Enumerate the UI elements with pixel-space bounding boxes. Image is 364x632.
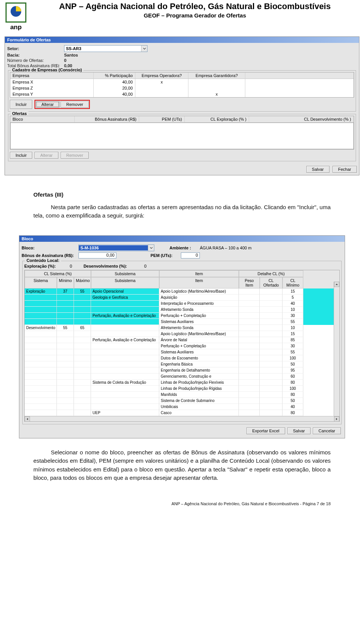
table-row[interactable]: Perfuração, Avaliação e CompletaçãoPerfu…	[25, 313, 339, 319]
table-row[interactable]: Empresa X 40,00 x	[10, 79, 354, 85]
cell-sistema	[25, 337, 57, 343]
cell-subsistema	[91, 307, 159, 313]
th-garantidora: Empresa Garantidora?	[188, 72, 245, 79]
table-row[interactable]: Gerenciamento, Construção e60	[25, 374, 339, 380]
cell-subsistema	[91, 361, 159, 367]
cell-peso	[239, 386, 260, 392]
header-title: ANP – Agência Nacional do Petróleo, Gás …	[30, 2, 360, 11]
cell-subsistema: UEP	[91, 410, 159, 416]
cell-subsistema: Sistema de Coleta da Produção	[91, 380, 159, 386]
th-item: Item	[159, 277, 239, 288]
th-blank	[245, 72, 354, 79]
chevron-down-icon[interactable]	[141, 46, 147, 52]
cell-item: Aquisição	[159, 295, 239, 301]
table-row[interactable]: Engenharia de Detalhamento95	[25, 367, 339, 374]
cell-min	[57, 380, 74, 386]
table-row[interactable]: Linhas de Produção/Injeção Rígidas100	[25, 386, 339, 392]
cell-max	[74, 349, 91, 355]
group-consorcio: Cadastro de Empresas (Consórcio) Empresa…	[8, 70, 356, 112]
cell-min	[57, 386, 74, 392]
fechar-button[interactable]: Fechar	[333, 166, 357, 173]
cell-pct: 40,00	[94, 91, 135, 97]
cell-peso	[239, 343, 260, 349]
th-group-sistema: CL Sistema (%)	[25, 270, 91, 277]
cell-item: Perfuração + Completação	[159, 313, 239, 319]
cell-max	[74, 374, 91, 380]
cell-ofertado	[260, 361, 282, 367]
ofertas-alterar-button[interactable]: Alterar	[35, 152, 58, 159]
table-row[interactable]: Exploração3755Apoio OperacionalApoio Log…	[25, 288, 339, 295]
table-row[interactable]: Perfuração, Avaliação e CompletaçãoÁrvor…	[25, 337, 339, 343]
salvar-bloco-button[interactable]: Salvar	[287, 427, 311, 434]
cell-clmin: 50	[282, 361, 303, 367]
table-row[interactable]: Perfuração + Completação30	[25, 343, 339, 349]
cell-subsistema: Apoio Operacional	[91, 288, 159, 295]
table-row[interactable]: Dutos de Escoamento100	[25, 355, 339, 361]
cancelar-button[interactable]: Cancelar	[313, 427, 341, 434]
value-desenvolvimento: 0	[144, 264, 146, 268]
setor-combobox[interactable]: SS-AR3	[64, 45, 147, 52]
cell-subsistema	[91, 367, 159, 374]
cell-subsistema	[91, 355, 159, 361]
scroll-left-icon[interactable]	[25, 416, 30, 422]
salvar-button[interactable]: Salvar	[306, 166, 329, 173]
label-setor: Setor:	[7, 46, 64, 51]
page-header: anp ANP – Agência Nacional do Petróleo, …	[4, 0, 360, 33]
cell-clmin: 55	[282, 319, 303, 325]
th-cldes: CL Desenvolvimento (% )	[249, 116, 354, 122]
incluir-button[interactable]: Incluir	[10, 100, 32, 109]
table-row[interactable]: Interpretação e Processamento40	[25, 301, 339, 307]
cell-ofertado	[260, 325, 282, 331]
table-row[interactable]: Engenharia Básica50	[25, 361, 339, 367]
table-row[interactable]: Sistema de Controle Submarino50	[25, 398, 339, 404]
cell-ofertado	[260, 331, 282, 337]
th-peso: Peso Item	[239, 277, 260, 288]
table-row[interactable]: UEPCasco80	[25, 410, 339, 416]
cell-item: Árvore de Natal	[159, 337, 239, 343]
cell-subsistema	[91, 386, 159, 392]
exportar-excel-button[interactable]: Exportar Excel	[246, 427, 285, 434]
window2-titlebar: Bloco	[19, 236, 345, 242]
bonus-input[interactable]: 0,00	[78, 252, 116, 258]
vertical-scrollbar[interactable]	[334, 282, 339, 416]
table-row[interactable]: Afretamento Sonda10	[25, 307, 339, 313]
cell-item: Linhas de Produção/Injeção Flexíveis	[159, 380, 239, 386]
table-row[interactable]: Sistemas Auxiliares55	[25, 319, 339, 325]
cell-sistema: Desenvolvimento	[25, 325, 57, 331]
cell-sistema	[25, 380, 57, 386]
ofertas-empty-area	[10, 123, 354, 149]
pem-input[interactable]: 0	[181, 252, 200, 258]
cell-min	[57, 295, 74, 301]
table-row[interactable]: Empresa Y 40,00 x	[10, 91, 354, 97]
cell-subsistema	[91, 374, 159, 380]
cell-max	[74, 295, 91, 301]
scroll-up-icon[interactable]	[334, 282, 339, 287]
table-row[interactable]: Geologia e GeofísicaAquisição5	[25, 295, 339, 301]
cell-sistema	[25, 349, 57, 355]
table-row[interactable]: Umbilicais40	[25, 404, 339, 410]
cell-op: x	[135, 79, 188, 85]
cell-sistema	[25, 331, 57, 337]
label-ambiente: Ambiente :	[169, 246, 200, 250]
scroll-right-icon[interactable]	[334, 416, 339, 422]
cell-min	[57, 398, 74, 404]
paragraph-1: Nesta parte serão cadastradas as ofertas…	[33, 203, 331, 220]
ofertas-incluir-button[interactable]: Incluir	[10, 152, 32, 159]
table-row[interactable]: Manifolds80	[25, 392, 339, 398]
table-row[interactable]: Sistema de Coleta da ProduçãoLinhas de P…	[25, 380, 339, 386]
cell-clmin: 10	[282, 307, 303, 313]
table-row[interactable]: Apoio Logístico (Marítimo/Aéreo/Base)15	[25, 331, 339, 337]
cell-subsistema	[91, 343, 159, 349]
horizontal-scrollbar[interactable]	[25, 416, 339, 421]
cell-sistema	[25, 313, 57, 319]
chevron-down-icon[interactable]	[148, 245, 154, 251]
alterar-button[interactable]: Alterar	[36, 101, 59, 108]
remover-button[interactable]: Remover	[61, 101, 89, 108]
cell-sistema	[25, 392, 57, 398]
table-row[interactable]: Desenvolvimento5565Afretamento Sonda10	[25, 325, 339, 331]
ofertas-remover-button[interactable]: Remover	[61, 152, 89, 159]
bloco-combobox[interactable]: S-M-1036	[78, 244, 154, 251]
cell-item: Dutos de Escoamento	[159, 355, 239, 361]
table-row[interactable]: Empresa Z 20,00	[10, 85, 354, 91]
table-row[interactable]: Sistemas Auxiliares55	[25, 349, 339, 355]
